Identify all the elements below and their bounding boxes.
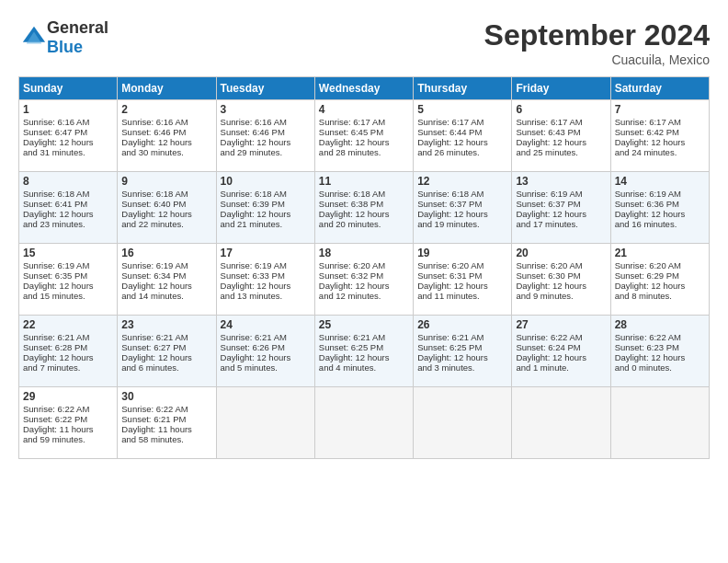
day-info-line: Daylight: 12 hours bbox=[516, 281, 606, 291]
day-info-line: Sunset: 6:25 PM bbox=[417, 342, 507, 352]
day-info-line: Sunrise: 6:21 AM bbox=[319, 332, 409, 342]
day-info-line: Sunset: 6:23 PM bbox=[615, 342, 705, 352]
day-info-line: Sunrise: 6:16 AM bbox=[121, 117, 211, 127]
day-info-line: Sunrise: 6:16 AM bbox=[23, 117, 113, 127]
day-number: 9 bbox=[121, 175, 211, 188]
day-info-line: Sunset: 6:44 PM bbox=[417, 127, 507, 137]
calendar-cell bbox=[512, 387, 610, 459]
day-number: 6 bbox=[516, 103, 606, 116]
calendar-cell: 24Sunrise: 6:21 AMSunset: 6:26 PMDayligh… bbox=[216, 316, 314, 387]
day-info-line: and 28 minutes. bbox=[319, 147, 409, 157]
day-info-line: and 15 minutes. bbox=[23, 291, 113, 301]
day-info-line: and 16 minutes. bbox=[615, 219, 705, 229]
day-info-line: Daylight: 12 hours bbox=[23, 352, 113, 362]
calendar-cell: 7Sunrise: 6:17 AMSunset: 6:42 PMDaylight… bbox=[610, 100, 709, 172]
day-info-line: Daylight: 12 hours bbox=[121, 209, 211, 219]
day-info-line: Sunrise: 6:19 AM bbox=[23, 260, 113, 270]
day-number: 17 bbox=[221, 247, 311, 259]
day-info-line: Daylight: 12 hours bbox=[23, 209, 113, 219]
day-info-line: Sunrise: 6:18 AM bbox=[221, 189, 311, 199]
day-info-line: Sunrise: 6:21 AM bbox=[221, 332, 311, 342]
logo-icon bbox=[21, 25, 47, 51]
day-info-line: Sunrise: 6:17 AM bbox=[417, 117, 507, 127]
day-info-line: Daylight: 11 hours bbox=[23, 424, 113, 434]
calendar-table: SundayMondayTuesdayWednesdayThursdayFrid… bbox=[18, 76, 710, 459]
day-info-line: Sunrise: 6:22 AM bbox=[516, 332, 606, 342]
day-info-line: Sunset: 6:28 PM bbox=[23, 342, 113, 352]
calendar-cell: 8Sunrise: 6:18 AMSunset: 6:41 PMDaylight… bbox=[19, 172, 118, 244]
day-info-line: Sunset: 6:33 PM bbox=[221, 270, 311, 281]
day-number: 3 bbox=[221, 103, 311, 116]
day-info-line: and 8 minutes. bbox=[615, 291, 705, 301]
weekday-header-row: SundayMondayTuesdayWednesdayThursdayFrid… bbox=[19, 77, 710, 100]
day-number: 13 bbox=[516, 175, 606, 188]
day-info-line: Daylight: 12 hours bbox=[516, 209, 606, 219]
day-info-line: and 0 minutes. bbox=[615, 362, 705, 373]
week-row-3: 15Sunrise: 6:19 AMSunset: 6:35 PMDayligh… bbox=[19, 244, 710, 316]
day-info-line: Sunset: 6:41 PM bbox=[23, 199, 113, 209]
day-info-line: Daylight: 12 hours bbox=[121, 137, 211, 147]
day-info-line: Daylight: 12 hours bbox=[23, 281, 113, 291]
day-info-line: Daylight: 12 hours bbox=[615, 281, 705, 291]
day-info-line: Sunset: 6:21 PM bbox=[121, 414, 211, 424]
day-number: 11 bbox=[319, 175, 409, 188]
day-info-line: Sunset: 6:46 PM bbox=[221, 127, 311, 137]
calendar-cell: 16Sunrise: 6:19 AMSunset: 6:34 PMDayligh… bbox=[118, 244, 216, 316]
day-info-line: and 7 minutes. bbox=[23, 362, 113, 373]
day-info-line: and 6 minutes. bbox=[121, 362, 211, 373]
day-info-line: Sunset: 6:35 PM bbox=[23, 270, 113, 281]
weekday-header-monday: Monday bbox=[118, 77, 216, 100]
month-title: September 2024 bbox=[484, 18, 710, 52]
day-info-line: Sunrise: 6:22 AM bbox=[121, 404, 211, 414]
day-number: 2 bbox=[121, 103, 211, 116]
day-info-line: Sunrise: 6:17 AM bbox=[319, 117, 409, 127]
day-info-line: and 14 minutes. bbox=[121, 291, 211, 301]
day-info-line: and 5 minutes. bbox=[221, 362, 311, 373]
day-info-line: Daylight: 12 hours bbox=[615, 209, 705, 219]
day-info-line: Sunset: 6:25 PM bbox=[319, 342, 409, 352]
calendar-cell: 2Sunrise: 6:16 AMSunset: 6:46 PMDaylight… bbox=[118, 100, 216, 172]
day-info-line: Daylight: 12 hours bbox=[516, 137, 606, 147]
day-info-line: Sunrise: 6:21 AM bbox=[121, 332, 211, 342]
day-info-line: Sunrise: 6:17 AM bbox=[516, 117, 606, 127]
day-info-line: Sunrise: 6:20 AM bbox=[319, 260, 409, 270]
header: General Blue September 2024 Cuacuila, Me… bbox=[18, 18, 710, 67]
day-info-line: Daylight: 12 hours bbox=[121, 281, 211, 291]
day-info-line: Sunrise: 6:18 AM bbox=[121, 189, 211, 199]
day-info-line: and 4 minutes. bbox=[319, 362, 409, 373]
calendar-cell: 29Sunrise: 6:22 AMSunset: 6:22 PMDayligh… bbox=[19, 387, 118, 459]
day-info-line: Sunrise: 6:18 AM bbox=[23, 189, 113, 199]
calendar-cell: 26Sunrise: 6:21 AMSunset: 6:25 PMDayligh… bbox=[414, 316, 512, 387]
day-info-line: Sunset: 6:37 PM bbox=[417, 199, 507, 209]
day-info-line: and 31 minutes. bbox=[23, 147, 113, 157]
day-info-line: and 19 minutes. bbox=[417, 219, 507, 229]
day-info-line: and 17 minutes. bbox=[516, 219, 606, 229]
logo-blue: Blue bbox=[47, 38, 83, 56]
day-number: 26 bbox=[417, 318, 507, 331]
day-number: 27 bbox=[516, 318, 606, 331]
title-block: September 2024 Cuacuila, Mexico bbox=[484, 18, 710, 67]
day-info-line: Sunrise: 6:22 AM bbox=[23, 404, 113, 414]
weekday-header-saturday: Saturday bbox=[610, 77, 709, 100]
calendar-cell: 23Sunrise: 6:21 AMSunset: 6:27 PMDayligh… bbox=[118, 316, 216, 387]
day-info-line: Sunrise: 6:16 AM bbox=[221, 117, 311, 127]
day-info-line: Daylight: 11 hours bbox=[121, 424, 211, 434]
day-info-line: and 30 minutes. bbox=[121, 147, 211, 157]
day-number: 18 bbox=[319, 247, 409, 259]
week-row-5: 29Sunrise: 6:22 AMSunset: 6:22 PMDayligh… bbox=[19, 387, 710, 459]
day-info-line: and 11 minutes. bbox=[417, 291, 507, 301]
day-info-line: and 25 minutes. bbox=[516, 147, 606, 157]
page: General Blue September 2024 Cuacuila, Me… bbox=[0, 0, 728, 563]
week-row-1: 1Sunrise: 6:16 AMSunset: 6:47 PMDaylight… bbox=[19, 100, 710, 172]
day-number: 15 bbox=[23, 247, 113, 259]
day-info-line: Sunset: 6:45 PM bbox=[319, 127, 409, 137]
day-info-line: Sunset: 6:30 PM bbox=[516, 270, 606, 281]
day-number: 24 bbox=[221, 318, 311, 331]
day-number: 4 bbox=[319, 103, 409, 116]
calendar-cell: 4Sunrise: 6:17 AMSunset: 6:45 PMDaylight… bbox=[314, 100, 413, 172]
day-info-line: Sunrise: 6:21 AM bbox=[417, 332, 507, 342]
day-info-line: Sunset: 6:36 PM bbox=[615, 199, 705, 209]
day-info-line: Sunrise: 6:19 AM bbox=[121, 260, 211, 270]
day-number: 12 bbox=[417, 175, 507, 188]
day-info-line: Sunset: 6:37 PM bbox=[516, 199, 606, 209]
